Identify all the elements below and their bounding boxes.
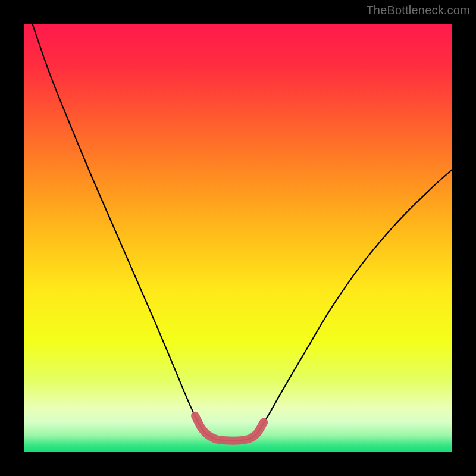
plot-area: [24, 24, 452, 452]
gradient-background: [24, 24, 452, 452]
plot-svg: [24, 24, 452, 452]
chart-frame: TheBottleneck.com: [0, 0, 476, 476]
watermark-text: TheBottleneck.com: [366, 4, 470, 17]
